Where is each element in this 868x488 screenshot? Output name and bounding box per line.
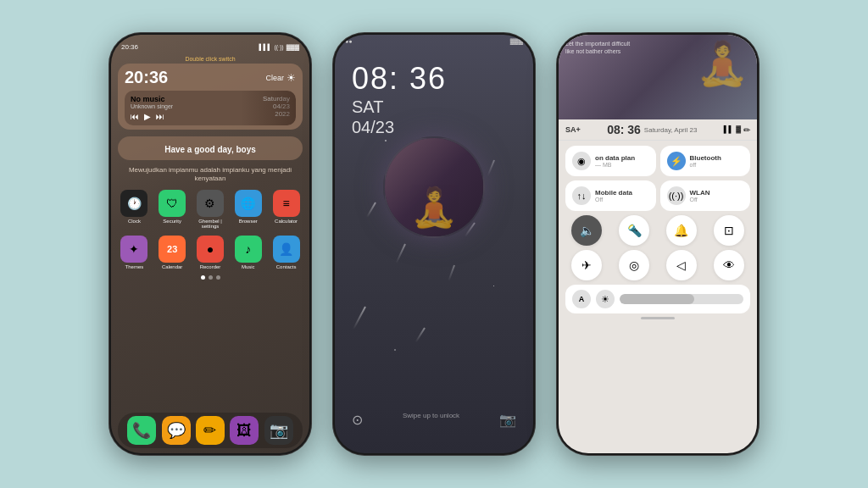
phone1-screen: 20:36 ▌▌▌ ((·)) ▓▓▓ Double click switch … [111,35,309,453]
cc-brightness-row: A ☀ [565,285,750,313]
calc-icon: ≡ [273,190,300,217]
cc-toggle-grid: ◉ on data plan — MB ⚡ Bluetooth off [565,146,750,211]
cc-eye-btn[interactable]: 👁 [714,250,744,280]
cc-location-btn[interactable]: ◁ [666,250,697,280]
app-browser-label: Browser [239,219,258,224]
cc-wlan-icon: ((·)) [667,186,686,205]
cc-bluetooth-name: Bluetooth [690,154,721,162]
cc-mobile-info: Mobile data Off [595,189,632,202]
cc-notif-btn[interactable]: 🔔 [666,215,697,246]
cc-wlan-tile[interactable]: ((·)) WLAN Off [660,180,751,211]
lock-flashlight-icon[interactable]: ⊙ [352,412,363,428]
dot-2 [209,275,213,280]
cc-data-name: on data plan [595,154,635,162]
lock-swipe-hint: Swipe up to unlock [403,412,459,428]
star-3 [448,264,456,280]
cc-edit-icon[interactable]: ✏ [743,125,750,135]
dock-camera[interactable]: 📷 [264,416,293,445]
star-dot-3 [493,286,494,286]
wifi-icon: ((·)) [274,44,283,50]
dock: 📞 💬 ✏ 🖼 📷 [118,413,303,448]
cc-mobile-icon: ↑↓ [572,186,591,205]
cc-round-buttons-2: ✈ ◎ ◁ 👁 [565,250,750,280]
cc-time: 08: 36 [607,123,641,136]
cc-bluetooth-tile[interactable]: ⚡ Bluetooth off [660,146,751,176]
lock-camera-icon[interactable]: 📷 [499,412,516,428]
cc-bluetooth-icon: ⚡ [667,152,686,170]
cc-wlan-info: WLAN Off [690,189,710,202]
star-7 [415,327,426,342]
music-icon: ♪ [235,236,262,263]
weather-label: Clear [265,74,284,82]
app-clock[interactable]: 🕐 Clock [118,190,151,229]
recorder-icon: ● [197,236,224,263]
star-dot-1 [385,140,387,141]
star-2 [395,244,405,264]
cc-signal-icon: ▌▌ [724,125,733,135]
cc-data-status: — MB [595,162,635,168]
app-browser[interactable]: 🌐 Browser [231,190,264,229]
quote-text: Mewujudkan impianmu adalah impianku yang… [118,166,303,184]
music-player[interactable]: No music Unknown singer ⏮ ▶ ⏭ Saturday 0… [125,91,296,125]
browser-icon: 🌐 [235,190,262,217]
star-5 [353,307,366,330]
phone-1: 20:36 ▌▌▌ ((·)) ▓▓▓ Double click switch … [108,32,312,456]
app-security-label: Security [163,219,181,224]
cc-screen-btn[interactable]: ⊡ [714,215,744,246]
app-calendar[interactable]: 23 Calendar [156,236,189,269]
music-title: No music [131,95,173,103]
weather-widget[interactable]: 20:36 Clear ☀ No music Unknown singer ⏮ [118,64,303,130]
app-music[interactable]: ♪ Music [231,236,264,269]
home-indicator [641,317,675,319]
music-info: No music Unknown singer ⏮ ▶ ⏭ [131,95,173,121]
lock-bottom-icons: ⊙ Swipe up to unlock 📷 [335,412,533,428]
cc-brightness-sun-icon: ☀ [596,290,615,308]
app-contacts[interactable]: 👤 Contacts [270,236,303,269]
cc-mobile-tile[interactable]: ↑↓ Mobile data Off [565,180,656,211]
dock-gallery[interactable]: 🖼 [230,416,259,445]
battery-icon: ▓▓▓ [287,44,299,50]
calendar-icon: 23 [159,236,186,263]
moon-circle-inner: 🧘 [385,138,483,236]
cc-round-buttons-1: 🔈 🔦 🔔 ⊡ [565,215,750,246]
portrait-figure: 🧘 [410,185,458,230]
app-recorder[interactable]: ● Recorder [194,236,227,269]
dock-phone[interactable]: 📞 [127,416,156,445]
status-icons: ▌▌▌ ((·)) ▓▓▓ [259,44,299,50]
cc-data-icon: ◉ [572,152,591,170]
app-settings-label: Ghembel | settings [194,219,227,229]
phone-2: ●● ▓▓▓ 08: 36 SAT 04/23 🧘 ⊙ Swi [332,32,536,456]
brightness-fill [620,294,694,304]
phone3-screen: Let the important difficult like not bat… [559,35,757,453]
app-contacts-label: Contacts [276,264,297,269]
dock-messages[interactable]: 💬 [162,416,191,445]
security-icon: 🛡 [159,190,186,217]
app-calculator[interactable]: ≡ Calculator [270,190,303,229]
cc-data-tile[interactable]: ◉ on data plan — MB [565,146,656,176]
cc-vol-btn[interactable]: 🔈 [571,215,602,246]
cc-airplane-btn[interactable]: ✈ [571,250,602,280]
status-time: 20:36 [121,43,138,51]
app-themes-label: Themes [125,264,144,269]
cc-torch-btn[interactable]: 🔦 [619,215,649,246]
star-6 [487,160,495,176]
header-figure: 🧘 [696,39,748,88]
play-button[interactable]: ▶ [144,112,151,121]
next-button[interactable]: ⏭ [156,112,164,121]
cc-moon-btn[interactable]: ◎ [619,250,649,280]
brightness-bar[interactable] [620,294,743,304]
app-clock-label: Clock [128,219,141,224]
app-music-label: Music [242,264,255,269]
cc-mobile-status: Off [595,197,632,202]
cc-content: ◉ on data plan — MB ⚡ Bluetooth off [559,141,757,453]
signal-icon: ▌▌▌ [259,44,272,50]
star-1 [366,202,376,217]
double-click-hint: Double click switch [118,56,303,62]
stars-container [335,35,533,453]
dock-notes[interactable]: ✏ [196,416,225,445]
app-themes[interactable]: ✦ Themes [118,236,151,269]
star-dot-4 [394,349,396,351]
prev-button[interactable]: ⏮ [131,112,139,121]
app-security[interactable]: 🛡 Security [156,190,189,229]
app-settings[interactable]: ⚙ Ghembel | settings [194,190,227,229]
